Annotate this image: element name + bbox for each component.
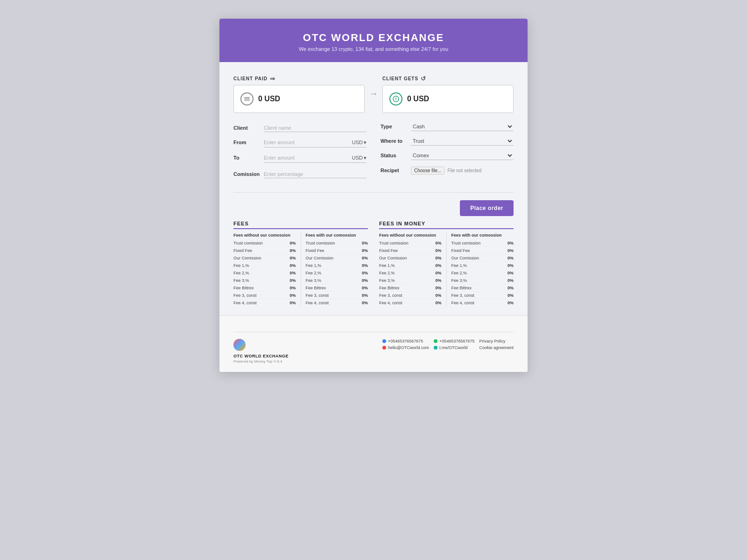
fees-sub-left-2: Fees with our comossion Trust comission0… [306,233,368,306]
main-content: CLIENT PAID ⇒ 0 USD → [219,62,528,315]
fee-row: Our Comission0% [233,254,296,262]
client-gets-label: CLIENT GETS ↺ [382,75,514,82]
paid-icon: ⇒ [270,75,275,82]
fee-row: Fee Bittrex0% [233,284,296,292]
fee-val: 0% [435,293,441,298]
footer-email-link[interactable]: hello@OTCworld.com [382,345,429,350]
to-amount-input[interactable] [264,154,350,161]
svg-rect-2 [244,100,250,101]
fee-row: Fixed Fee0% [233,247,296,254]
fee-row: Fee 3, const0% [451,292,514,299]
fee-row: Trust comission0% [233,239,296,247]
client-input[interactable] [264,124,366,132]
fee-name: Fixed Fee [233,248,252,253]
fee-row: Fee 1,%0% [306,262,368,269]
fee-name: Fee 2,% [306,271,322,275]
telegram-dot [434,346,437,350]
fee-name: Trust comission [233,241,263,245]
form-row: Client From USD ▾ [233,123,514,185]
footer-email: hello@OTCworld.com [388,345,429,350]
client-label: Client [233,125,264,131]
footer-inner: OTC WORLD EXCHANGE Powered by Money Top … [233,339,514,364]
fee-name: Our Comission [379,256,407,260]
fee-val: 0% [289,278,296,283]
to-input-wrap: USD ▾ [264,154,366,163]
client-field: Client [233,123,366,132]
place-order-button[interactable]: Place order [460,200,514,216]
client-gets-amount: 0 USD [407,95,429,103]
footer-phone1-link[interactable]: +05465376567675 [382,339,429,343]
choose-file-btn[interactable]: Choose file... [411,167,444,175]
client-paid-amount: 0 USD [258,95,280,103]
where-to-dropdown: Trust [411,138,514,146]
fee-name: Fee Bittrex [451,286,472,290]
recipet-field: Recipet Choose file... File not selected [381,167,514,175]
to-amount-row: USD ▾ [264,154,366,163]
fee-val: 0% [507,248,514,253]
footer-col-1: +05465376567675 hello@OTCworld.com [382,339,429,350]
fee-row: Fee 4, const0% [233,299,296,306]
fee-name: Fee 3,% [451,278,467,283]
exchange-arrow: → [369,75,378,99]
from-currency-select[interactable]: USD ▾ [352,140,366,146]
usd-lines-icon [243,95,251,103]
exchange-row: CLIENT PAID ⇒ 0 USD → [233,75,514,113]
fee-name: Fee 4, const [451,301,475,305]
fee-name: Our Comission [451,256,479,260]
commission-input-wrap [264,169,366,178]
fee-name: Fixed Fee [451,248,470,253]
fee-val: 0% [362,241,368,245]
privacy-policy-link[interactable]: Privacy Policy [479,339,514,343]
fee-name: Fee 3, const [451,293,475,298]
fee-val: 0% [435,286,441,290]
type-select[interactable]: Cash [411,123,514,130]
fee-row: Fee 1,%0% [233,262,296,269]
client-paid-label: CLIENT PAID ⇒ [233,75,365,82]
client-paid-box: 0 USD [233,85,365,113]
fee-row: Fixed Fee0% [379,247,442,254]
action-row: Place order [233,200,514,221]
tether-icon: T [389,92,402,105]
fee-name: Fee 4, const [306,301,329,305]
client-gets-box: T 0 USD [382,85,514,113]
fees-left-2-rows: Trust comission0%Fixed Fee0%Our Comissio… [306,239,368,306]
fee-name: Fee 3,% [306,278,322,283]
cookie-agreement-link[interactable]: Cookie agreement [479,345,514,350]
fees-in-money-title: FEES IN MONEY [379,221,514,229]
to-label: To [233,155,264,161]
fees-sub1-title: Fees without our comossion [233,233,296,238]
footer: OTC WORLD EXCHANGE Powered by Money Top … [219,315,528,372]
form-left-col: Client From USD ▾ [233,123,366,185]
footer-telegram-link[interactable]: t.me/OTCworld [434,345,474,350]
type-dropdown: Cash [411,123,514,131]
fee-name: Fee 3,% [379,278,395,283]
phone2-dot [434,339,437,343]
fee-name: Fee Bittrex [233,286,254,290]
gets-icon: ↺ [421,75,426,82]
fee-row: Trust comission0% [379,239,442,247]
status-dropdown: Comex [411,152,514,160]
fee-val: 0% [289,263,296,268]
fees-title: FEES [233,221,368,229]
phone1-dot [382,339,386,343]
fee-name: Fee 1,% [451,263,467,268]
where-to-field: Where to Trust [381,138,514,146]
commission-input[interactable] [264,170,366,178]
where-to-select[interactable]: Trust [411,138,514,144]
fee-name: Fee 3,% [233,278,249,283]
fee-row: Our Comission0% [451,254,514,262]
from-amount-input[interactable] [264,139,350,146]
footer-logo [233,339,246,351]
fee-row: Fee 3,%0% [451,277,514,284]
fee-val: 0% [435,301,441,305]
tether-svg: T [392,95,400,103]
to-currency-select[interactable]: USD ▾ [352,155,366,161]
fee-val: 0% [362,301,368,305]
fee-row: Fee 3, const0% [233,292,296,299]
fees-sub-left-1: Fees without our comossion Trust comissi… [233,233,296,306]
fees-sub-right2-title: Fees with our comossion [451,233,514,238]
status-select[interactable]: Comex [411,152,514,159]
fee-name: Trust comission [306,241,335,245]
footer-phone2-link[interactable]: +05465376567675 [434,339,474,343]
fee-val: 0% [362,256,368,260]
